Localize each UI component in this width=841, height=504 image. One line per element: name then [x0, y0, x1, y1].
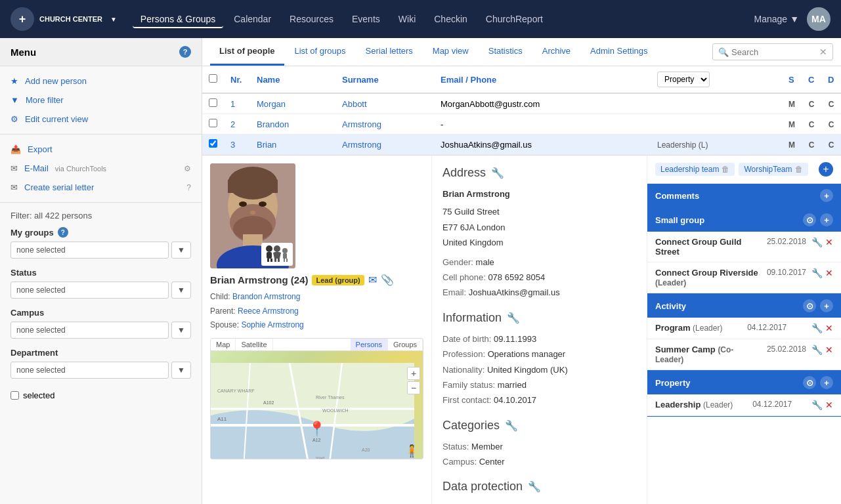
row-2-checkbox[interactable]	[209, 119, 217, 127]
property-item-1-edit-icon[interactable]: 🔧	[811, 400, 823, 410]
map-type-map[interactable]: Map	[211, 339, 236, 350]
map-zoom-out-btn[interactable]: −	[407, 381, 420, 394]
add-group-tag-btn[interactable]: +	[819, 162, 833, 177]
col-header-email[interactable]: Email / Phone	[434, 66, 651, 93]
activity-item-1-delete-icon[interactable]: ✕	[825, 323, 833, 333]
nav-resources[interactable]: Resources	[282, 10, 341, 28]
address-edit-icon[interactable]: 🔧	[491, 167, 504, 179]
search-clear-icon[interactable]: ✕	[819, 47, 827, 57]
info-edit-icon[interactable]: 🔧	[507, 312, 520, 324]
col-header-nr[interactable]: Nr.	[224, 66, 250, 93]
property-column-select[interactable]: Property	[657, 72, 710, 87]
person-document-icon[interactable]: 📎	[381, 274, 394, 286]
sidebar-edit-view-label: Edit current view	[25, 114, 88, 124]
sidebar-serial-help-icon[interactable]: ?	[186, 183, 191, 192]
small-group-item-2-delete-icon[interactable]: ✕	[825, 268, 833, 278]
tab-serial-letters[interactable]: Serial letters	[356, 38, 422, 66]
property-add-btn[interactable]: +	[820, 376, 833, 389]
spouse-link[interactable]: Sophie Armstrong	[241, 320, 303, 329]
search-input[interactable]	[731, 47, 817, 57]
tab-archive[interactable]: Archive	[533, 38, 580, 66]
property-item-1: Leadership (Leader) 04.12.2017 🔧 ✕	[647, 394, 841, 416]
small-group-item-1-edit-icon[interactable]: 🔧	[811, 237, 823, 247]
sidebar-help-icon[interactable]: ?	[179, 46, 191, 58]
info-dob: Date of birth: 09.11.1993	[442, 331, 636, 346]
campus-dropdown-btn[interactable]: ▼	[171, 322, 191, 339]
my-groups-dropdown-btn[interactable]: ▼	[171, 242, 191, 259]
parent-link[interactable]: Reece Armstrong	[238, 306, 299, 316]
categories-edit-icon[interactable]: 🔧	[505, 419, 518, 432]
avatar[interactable]: MA	[807, 7, 830, 31]
department-dropdown-btn[interactable]: ▼	[171, 362, 191, 379]
lead-badge: Lead (group)	[312, 275, 364, 285]
col-header-surname[interactable]: Surname	[335, 66, 434, 93]
manage-button[interactable]: Manage ▼	[754, 14, 799, 24]
property-item-1-delete-icon[interactable]: ✕	[825, 400, 833, 410]
row-2-name[interactable]: Brandon	[250, 114, 335, 135]
tab-list-groups[interactable]: List of groups	[286, 38, 355, 66]
col-header-property[interactable]: Property	[651, 66, 782, 93]
tab-map-view[interactable]: Map view	[423, 38, 478, 66]
activity-collapse-btn[interactable]: ⊙	[803, 299, 816, 312]
status-dropdown-btn[interactable]: ▼	[171, 282, 191, 299]
map-tab-persons[interactable]: Persons	[351, 339, 388, 350]
leadership-remove-icon[interactable]: 🗑	[722, 165, 729, 174]
tab-list-people[interactable]: List of people	[210, 38, 284, 66]
row-2-surname[interactable]: Armstrong	[335, 114, 434, 135]
selected-checkbox[interactable]	[11, 391, 19, 400]
map-tab-groups[interactable]: Groups	[388, 339, 423, 350]
campus-select[interactable]: none selected	[11, 322, 169, 339]
nav-events[interactable]: Events	[344, 10, 388, 28]
small-group-collapse-btn[interactable]: ⊙	[803, 213, 816, 226]
property-collapse-btn[interactable]: ⊙	[803, 376, 816, 389]
row-3-surname[interactable]: Armstrong	[335, 135, 434, 155]
row-3-name[interactable]: Brian	[250, 135, 335, 155]
sidebar-more-filter[interactable]: ▼ More filter	[0, 91, 202, 110]
my-groups-help-icon[interactable]: ?	[58, 227, 68, 238]
small-group-add-btn[interactable]: +	[820, 213, 833, 226]
small-group-item-1-delete-icon[interactable]: ✕	[825, 237, 833, 247]
row-3-checkbox[interactable]	[209, 139, 217, 148]
row-1-checkbox[interactable]	[209, 98, 217, 107]
row-1-name[interactable]: Morgan	[250, 93, 335, 114]
sidebar-serial[interactable]: ✉ Create serial letter ?	[0, 178, 202, 197]
activity-item-2-delete-icon[interactable]: ✕	[825, 345, 833, 355]
small-group-item-2-edit-icon[interactable]: 🔧	[811, 268, 823, 278]
tab-admin-settings[interactable]: Admin Settings	[581, 38, 657, 66]
nav-persons-groups[interactable]: Persons & Groups	[133, 10, 223, 28]
col-header-name[interactable]: Name	[250, 66, 335, 93]
sidebar-edit-view[interactable]: ⚙ Edit current view	[0, 110, 202, 129]
nav-churchreport[interactable]: ChurchReport	[478, 10, 551, 28]
activity-item-1: Program (Leader) 04.12.2017 🔧 ✕	[647, 318, 841, 339]
nav-wiki[interactable]: Wiki	[391, 10, 423, 28]
nav-calendar[interactable]: Calendar	[226, 10, 279, 28]
activity-item-1-edit-icon[interactable]: 🔧	[811, 323, 823, 333]
worship-remove-icon[interactable]: 🗑	[795, 165, 803, 174]
sidebar-add-person[interactable]: ★ Add new person	[0, 72, 202, 91]
activity-add-btn[interactable]: +	[820, 299, 833, 312]
tab-statistics[interactable]: Statistics	[479, 38, 532, 66]
svg-text:📍: 📍	[308, 420, 326, 438]
activity-item-2: Summer Camp (Co-Leader) 25.02.2018 🔧 ✕	[647, 339, 841, 370]
department-select[interactable]: none selected	[11, 362, 169, 379]
sidebar-email[interactable]: ✉ E-Mail via ChurchTools ⚙	[0, 159, 202, 178]
child-link[interactable]: Brandon Armstrong	[232, 292, 300, 301]
sidebar-email-gear-icon[interactable]: ⚙	[184, 164, 191, 173]
comments-add-btn[interactable]: +	[820, 189, 833, 202]
sidebar-export[interactable]: 📤 Export	[0, 140, 202, 159]
status-select[interactable]: none selected	[11, 282, 169, 299]
map-tabs-right: Persons Groups	[351, 339, 423, 350]
activity-item-2-edit-icon[interactable]: 🔧	[811, 345, 823, 355]
nav-checkin[interactable]: Checkin	[426, 10, 475, 28]
map-type-satellite[interactable]: Satellite	[236, 339, 272, 350]
data-protection-edit-icon[interactable]: 🔧	[528, 480, 541, 493]
logo-area[interactable]: + CHURCH CENTER ▼	[11, 7, 117, 31]
row-1-d: C	[821, 93, 841, 114]
department-filter-label: Department	[11, 348, 191, 358]
map-zoom-in-btn[interactable]: +	[407, 367, 420, 380]
status-select-wrap: none selected ▼	[11, 282, 191, 299]
my-groups-select[interactable]: none selected	[11, 242, 169, 259]
email-person-icon[interactable]: ✉	[368, 274, 377, 286]
select-all-checkbox[interactable]	[209, 74, 217, 83]
row-1-surname[interactable]: Abbott	[335, 93, 434, 114]
